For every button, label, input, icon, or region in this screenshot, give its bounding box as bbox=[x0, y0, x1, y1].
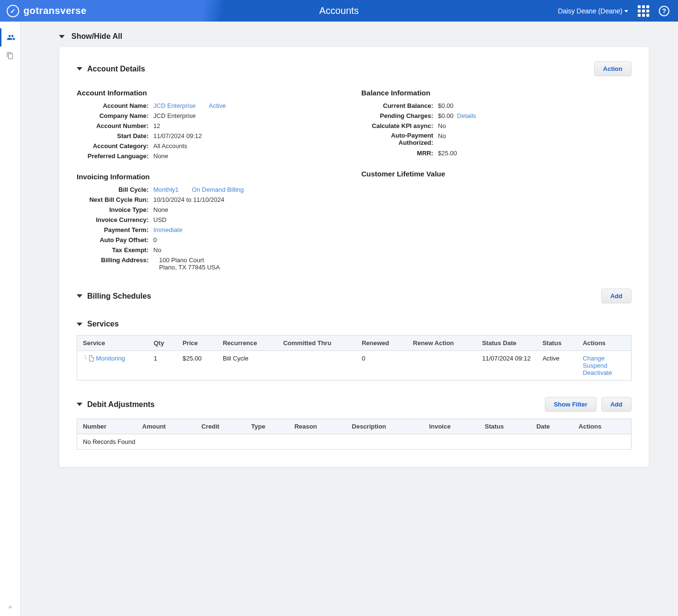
service-suspend-link[interactable]: Suspend bbox=[583, 362, 625, 369]
dcol-credit[interactable]: Credit bbox=[195, 419, 245, 434]
col-status[interactable]: Status bbox=[537, 336, 577, 351]
account-name-link[interactable]: JCD Enterprise bbox=[153, 102, 195, 109]
invoice-currency-label: Invoice Currency: bbox=[77, 216, 153, 223]
debit-adjustments-toggle[interactable]: Debit Adjustments bbox=[77, 400, 155, 409]
current-balance-value: $0.00 bbox=[438, 102, 632, 109]
preferred-language-value: None bbox=[153, 152, 347, 160]
brand[interactable]: ✓ gotransverse bbox=[7, 5, 87, 17]
brand-logo-icon: ✓ bbox=[7, 5, 19, 17]
start-date-label: Start Date: bbox=[77, 132, 153, 139]
debit-empty-row: No Records Found bbox=[77, 434, 632, 450]
dcol-reason[interactable]: Reason bbox=[288, 419, 346, 434]
dcol-status[interactable]: Status bbox=[479, 419, 531, 434]
dcol-amount[interactable]: Amount bbox=[137, 419, 195, 434]
company-name-label: Company Name: bbox=[77, 112, 153, 119]
mrr-value: $25.00 bbox=[438, 150, 632, 157]
action-button[interactable]: Action bbox=[594, 61, 632, 76]
col-actions[interactable]: Actions bbox=[577, 336, 631, 351]
invoice-currency-value: USD bbox=[153, 216, 347, 223]
sidebar-item-other[interactable] bbox=[0, 46, 20, 65]
show-hide-all-label: Show/Hide All bbox=[71, 32, 122, 41]
users-icon bbox=[7, 33, 15, 42]
services-title: Services bbox=[87, 320, 119, 328]
account-details-title: Account Details bbox=[87, 65, 145, 73]
copy-icon bbox=[6, 52, 14, 59]
next-bill-cycle-label: Next Bill Cycle Run: bbox=[77, 196, 153, 203]
main-content: Show/Hide All Account Details Action Acc… bbox=[21, 22, 678, 616]
col-qty[interactable]: Qty bbox=[148, 336, 177, 351]
sidebar-collapse-icon[interactable]: » bbox=[8, 603, 11, 610]
col-service[interactable]: Service bbox=[77, 336, 148, 351]
cell-status-date: 11/07/2024 09:12 bbox=[476, 351, 537, 381]
auto-pay-offset-label: Auto Pay Offset: bbox=[77, 236, 153, 244]
bill-cycle-link[interactable]: Monthly1 bbox=[153, 186, 179, 193]
service-change-link[interactable]: Change bbox=[583, 355, 625, 362]
show-hide-all-toggle[interactable]: Show/Hide All bbox=[59, 32, 649, 41]
services-toggle[interactable]: Services bbox=[77, 320, 119, 328]
pending-charges-value: $0.00 bbox=[438, 112, 454, 119]
debit-adjustments-title: Debit Adjustments bbox=[87, 400, 155, 409]
col-renewed[interactable]: Renewed bbox=[356, 336, 407, 351]
file-icon bbox=[89, 355, 94, 361]
account-details-toggle[interactable]: Account Details bbox=[77, 65, 145, 73]
top-header: ✓ gotransverse Accounts Daisy Deane (Dea… bbox=[0, 0, 678, 22]
dcol-date[interactable]: Date bbox=[530, 419, 573, 434]
col-price[interactable]: Price bbox=[177, 336, 217, 351]
on-demand-billing-link[interactable]: On Demand Billing bbox=[192, 186, 243, 193]
account-category-value: All Accounts bbox=[153, 142, 347, 150]
billing-schedules-title: Billing Schedules bbox=[87, 292, 151, 301]
apps-grid-icon[interactable] bbox=[638, 5, 649, 17]
tax-exempt-value: No bbox=[153, 246, 347, 254]
debit-add-button[interactable]: Add bbox=[601, 397, 632, 412]
start-date-value: 11/07/2024 09:12 bbox=[153, 132, 347, 139]
preferred-language-label: Preferred Language: bbox=[77, 152, 153, 160]
auto-pay-offset-value: 0 bbox=[153, 236, 347, 244]
next-bill-cycle-value: 10/10/2024 to 11/10/2024 bbox=[153, 196, 347, 203]
sidebar-item-accounts[interactable] bbox=[0, 28, 20, 46]
help-icon[interactable]: ? bbox=[659, 6, 669, 16]
col-renew-action[interactable]: Renew Action bbox=[407, 336, 476, 351]
show-filter-button[interactable]: Show Filter bbox=[545, 397, 597, 412]
service-name-link[interactable]: Monitoring bbox=[96, 355, 125, 362]
calc-kpi-label: Calculate KPI async: bbox=[361, 122, 438, 129]
account-status-link[interactable]: Active bbox=[209, 102, 226, 109]
brand-text: gotransverse bbox=[23, 5, 87, 16]
col-status-date[interactable]: Status Date bbox=[476, 336, 537, 351]
service-deactivate-link[interactable]: Deactivate bbox=[583, 369, 625, 376]
account-panel: Account Details Action Account Informati… bbox=[59, 46, 649, 467]
tax-exempt-label: Tax Exempt: bbox=[77, 246, 153, 254]
account-category-label: Account Category: bbox=[77, 142, 153, 150]
dcol-invoice[interactable]: Invoice bbox=[424, 419, 479, 434]
col-recurrence[interactable]: Recurrence bbox=[217, 336, 277, 351]
billing-schedules-toggle[interactable]: Billing Schedules bbox=[77, 292, 151, 301]
bill-cycle-label: Bill Cycle: bbox=[77, 186, 153, 193]
pending-charges-label: Pending Charges: bbox=[361, 112, 438, 119]
tree-elbow-icon: └ bbox=[83, 355, 87, 362]
clv-heading: Customer Lifetime Value bbox=[361, 170, 632, 178]
balance-info-heading: Balance Information bbox=[361, 89, 632, 97]
payment-term-link[interactable]: Immediate bbox=[153, 226, 183, 233]
chevron-down-icon bbox=[77, 323, 82, 326]
dcol-description[interactable]: Description bbox=[346, 419, 423, 434]
dcol-type[interactable]: Type bbox=[245, 419, 288, 434]
chevron-down-icon bbox=[77, 403, 82, 406]
dcol-number[interactable]: Number bbox=[77, 419, 137, 434]
account-number-label: Account Number: bbox=[77, 122, 153, 129]
user-menu[interactable]: Daisy Deane (Deane) bbox=[558, 7, 628, 15]
auto-payment-authorized-value: No bbox=[438, 132, 632, 139]
col-committed[interactable]: Committed Thru bbox=[277, 336, 356, 351]
auto-payment-authorized-label: Auto-Payment Authorized: bbox=[361, 132, 438, 147]
left-sidebar: » bbox=[0, 22, 21, 616]
current-balance-label: Current Balance: bbox=[361, 102, 438, 109]
account-name-label: Account Name: bbox=[77, 102, 153, 109]
debit-empty-value: No Records Found bbox=[77, 434, 632, 450]
billing-address-label: Billing Address: bbox=[77, 256, 153, 264]
dcol-actions[interactable]: Actions bbox=[573, 419, 632, 434]
cell-price: $25.00 bbox=[177, 351, 217, 381]
user-name: Daisy Deane (Deane) bbox=[558, 7, 622, 15]
company-name-value: JCD Enterprise bbox=[153, 112, 347, 119]
cell-status: Active bbox=[537, 351, 577, 381]
pending-details-link[interactable]: Details bbox=[457, 112, 476, 119]
cell-qty: 1 bbox=[148, 351, 177, 381]
billing-schedules-add-button[interactable]: Add bbox=[601, 289, 632, 303]
